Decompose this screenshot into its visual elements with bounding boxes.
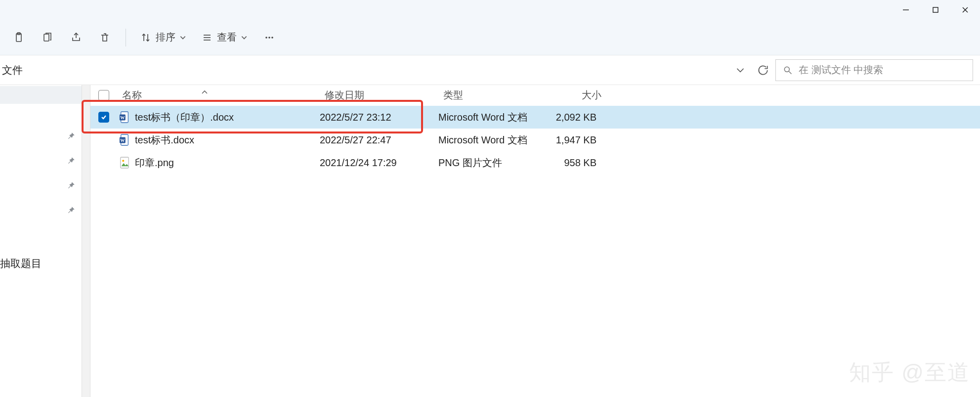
- row-checkbox[interactable]: [98, 112, 109, 123]
- column-header-row: 名称 修改日期 类型 大小: [90, 85, 980, 106]
- svg-point-12: [271, 37, 273, 39]
- svg-point-22: [122, 160, 124, 162]
- nav-pinned-item[interactable]: [0, 173, 82, 198]
- svg-rect-6: [44, 34, 49, 41]
- file-modified: 2022/5/27 23:12: [320, 112, 438, 123]
- refresh-icon[interactable]: [757, 64, 769, 77]
- file-type: Microsoft Word 文档: [438, 133, 542, 147]
- pin-icon: [67, 132, 76, 140]
- nav-pinned-item[interactable]: [0, 198, 82, 222]
- sort-button[interactable]: 排序: [134, 27, 192, 48]
- chevron-down-icon: [179, 34, 186, 41]
- share-button[interactable]: [63, 27, 89, 48]
- trash-icon: [99, 32, 111, 44]
- breadcrumb-current[interactable]: 文件: [0, 63, 23, 77]
- file-type: PNG 图片文件: [438, 156, 542, 170]
- nav-pinned-item[interactable]: [0, 124, 82, 148]
- minimize-button[interactable]: [891, 0, 921, 20]
- file-name: test标书.docx: [132, 133, 320, 147]
- file-type: Microsoft Word 文档: [438, 111, 542, 124]
- delete-button[interactable]: [92, 27, 118, 48]
- svg-point-13: [784, 67, 789, 72]
- svg-line-14: [789, 71, 792, 74]
- clipboard-icon: [13, 32, 25, 44]
- pane-splitter[interactable]: [82, 85, 90, 397]
- file-name: 印章.png: [132, 156, 320, 170]
- paste-button[interactable]: [6, 27, 32, 48]
- file-row[interactable]: 印章.png2021/12/24 17:29PNG 图片文件958 KB: [90, 151, 980, 174]
- svg-text:W: W: [120, 115, 125, 120]
- maximize-button[interactable]: [921, 0, 950, 20]
- svg-point-11: [268, 37, 270, 39]
- image-file-icon: [119, 156, 130, 169]
- file-name: test标书（印章）.docx: [132, 111, 320, 124]
- search-input[interactable]: [799, 64, 966, 76]
- svg-rect-1: [933, 7, 938, 12]
- chevron-down-icon: [241, 34, 248, 41]
- ellipsis-icon: [263, 32, 275, 44]
- chevron-down-icon[interactable]: [734, 64, 747, 77]
- toolbar-divider: [126, 29, 126, 46]
- file-row[interactable]: Wtest标书.docx2022/5/27 22:47Microsoft Wor…: [90, 129, 980, 151]
- address-bar-row: 文件: [0, 55, 980, 85]
- navigation-pane: 抽取题目: [0, 85, 82, 397]
- watermark-text: 知乎 @至道: [849, 358, 970, 387]
- column-header-size[interactable]: 大小: [547, 88, 606, 102]
- column-header-type[interactable]: 类型: [443, 88, 547, 102]
- sort-label: 排序: [156, 31, 175, 44]
- file-modified: 2021/12/24 17:29: [320, 157, 438, 169]
- file-size: 958 KB: [542, 157, 601, 169]
- word-file-icon: W: [119, 133, 130, 146]
- search-box[interactable]: [775, 59, 973, 81]
- svg-point-10: [265, 37, 267, 39]
- share-icon: [70, 32, 82, 44]
- view-list-icon: [201, 32, 213, 44]
- pin-icon: [67, 181, 76, 190]
- column-header-name[interactable]: 名称: [117, 88, 325, 102]
- sort-ascending-icon: [201, 89, 208, 94]
- svg-rect-21: [121, 157, 129, 168]
- nav-item-selected[interactable]: [0, 86, 82, 104]
- command-toolbar: 排序 查看: [0, 20, 980, 55]
- pin-icon: [67, 156, 76, 165]
- word-file-icon: W: [119, 111, 130, 124]
- column-header-modified[interactable]: 修改日期: [325, 88, 443, 102]
- sort-icon: [140, 32, 152, 44]
- more-button[interactable]: [256, 27, 282, 48]
- copy-button[interactable]: [35, 27, 60, 48]
- close-button[interactable]: [950, 0, 980, 20]
- file-list-pane: 名称 修改日期 类型 大小 Wtest标书（印章）.docx2022/5/27 …: [90, 85, 980, 397]
- file-size: 2,092 KB: [542, 112, 601, 123]
- window-title-bar: [0, 0, 980, 20]
- file-size: 1,947 KB: [542, 134, 601, 146]
- select-all-checkbox[interactable]: [98, 90, 109, 101]
- search-icon: [783, 65, 793, 75]
- nav-item-label[interactable]: 抽取题目: [0, 257, 42, 270]
- nav-pinned-item[interactable]: [0, 148, 82, 173]
- svg-text:W: W: [120, 138, 125, 143]
- copy-icon: [42, 32, 53, 44]
- view-button[interactable]: 查看: [195, 27, 254, 48]
- file-row[interactable]: Wtest标书（印章）.docx2022/5/27 23:12Microsoft…: [90, 106, 980, 129]
- pin-icon: [67, 206, 76, 215]
- view-label: 查看: [217, 31, 237, 44]
- file-modified: 2022/5/27 22:47: [320, 134, 438, 146]
